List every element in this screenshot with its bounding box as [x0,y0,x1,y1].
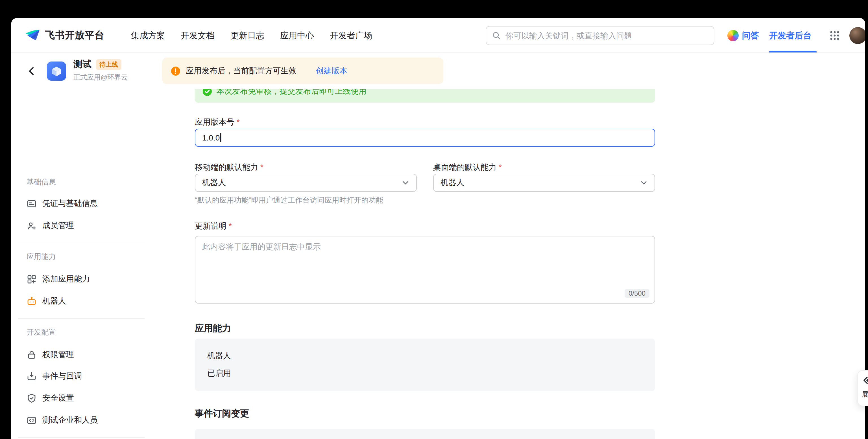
chevron-left-icon [26,65,37,77]
mobile-capability-select[interactable]: 机器人 [195,174,417,192]
chevron-down-icon [402,179,409,187]
brand-title: 飞书开放平台 [45,29,104,41]
expand-label: 展开 [862,390,868,400]
divider [18,437,145,438]
capability-status: 已启用 [207,368,231,379]
member-icon [27,221,37,231]
section-app-capability: 应用能力 [27,252,56,262]
top-nav-menu: 集成方案 开发文档 更新日志 应用中心 开发者广场 [131,18,372,53]
text-caret [220,133,221,142]
mobile-capability-label: 移动端的默认能力* [195,163,264,173]
search-icon [492,31,501,40]
browser-page: 飞书开放平台 集成方案 开发文档 更新日志 应用中心 开发者广场 问答 [11,18,865,439]
events-section-title: 事件订阅变更 [195,408,249,420]
chevron-down-icon [640,179,648,187]
notes-field-wrapper: 0/500 [195,236,655,304]
sidebar-item-add-capability[interactable]: 添加应用能力 [18,269,153,290]
app-subtitle: 正式应用@环界云 [73,73,128,82]
nav-item-changelog[interactable]: 更新日志 [230,30,264,41]
capability-section-title: 应用能力 [195,323,231,335]
active-tab-underline [769,51,816,53]
desktop-capability-label: 桌面端的默认能力* [433,163,502,173]
version-label: 应用版本号* [195,117,240,128]
app-icon [47,62,66,81]
avatar[interactable] [849,27,865,44]
char-counter: 0/500 [625,289,649,298]
required-mark: * [237,117,240,126]
event-callback-icon [27,371,37,381]
cube-icon [50,64,63,78]
success-banner-text: 本次发布免审核，提交发布后即可上线使用 [216,89,367,97]
desktop-capability-select[interactable]: 机器人 [433,174,655,192]
required-mark: * [260,163,264,172]
sidebar-item-security[interactable]: 安全设置 [18,387,153,409]
test-org-icon [27,415,37,426]
sidebar-item-label: 机器人 [42,296,66,306]
required-mark: * [499,163,502,172]
sidebar-item-label: 安全设置 [42,393,74,403]
sidebar-item-label: 测试企业和人员 [42,415,98,426]
default-capability-hint: “默认的应用功能”即用户通过工作台访问应用时打开的功能 [195,195,383,205]
sidebar-item-permissions[interactable]: 权限管理 [18,344,153,366]
capability-name: 机器人 [207,351,231,361]
add-capability-icon [27,274,37,284]
main-content: 本次发布免审核，提交发布后即可上线使用 应用版本号* 1.0.0 移动端的默认能… [164,89,865,439]
grid-icon [829,30,840,41]
nav-item-dev-plaza[interactable]: 开发者广场 [330,30,372,41]
sidebar-item-label: 事件与回调 [42,371,82,381]
apps-grid-button[interactable] [829,30,840,41]
app-header-bar: 测试 待上线 正式应用@环界云 应用发布后，当前配置方可生效 创建版本 [11,53,865,89]
top-navigation-bar: 飞书开放平台 集成方案 开发文档 更新日志 应用中心 开发者广场 问答 [11,18,865,53]
sidebar-item-events[interactable]: 事件与回调 [18,366,153,387]
sidebar-item-label: 添加应用能力 [42,274,90,284]
robot-icon [27,296,37,306]
permission-icon [27,350,37,360]
sidebar-item-members[interactable]: 成员管理 [18,215,153,236]
app-name: 测试 [73,59,92,71]
alert-text: 应用发布后，当前配置方可生效 [186,66,297,76]
nav-item-integration[interactable]: 集成方案 [131,30,165,41]
sidebar-item-label: 凭证与基础信息 [42,199,98,209]
developer-console-tab[interactable]: 开发者后台 [769,18,811,53]
back-button[interactable] [26,65,37,77]
nav-item-docs[interactable]: 开发文档 [181,30,215,41]
success-banner: 本次发布免审核，提交发布后即可上线使用 [195,89,655,103]
sidebar-item-bot[interactable]: 机器人 [18,291,153,312]
sidebar-item-label: 权限管理 [42,350,74,360]
sidebar-item-label: 成员管理 [42,221,74,231]
publish-alert-banner: 应用发布后，当前配置方可生效 创建版本 [162,58,443,84]
create-version-link[interactable]: 创建版本 [316,66,347,76]
id-card-icon [27,199,37,209]
expand-panel-button[interactable]: 展开 [857,370,868,406]
warning-icon [171,66,180,75]
required-mark: * [229,221,232,230]
events-panel [195,429,655,439]
security-icon [27,393,37,403]
nav-item-app-center[interactable]: 应用中心 [280,30,314,41]
section-basic-info: 基础信息 [27,177,56,187]
notes-label: 更新说明* [195,221,232,231]
version-value: 1.0.0 [202,133,220,142]
check-circle-icon [203,89,212,96]
global-search[interactable] [486,26,714,45]
qa-label: 问答 [742,30,759,41]
sidebar-item-credentials[interactable]: 凭证与基础信息 [18,193,153,214]
search-input[interactable] [505,31,708,40]
sidebar-item-test-org[interactable]: 测试企业和人员 [18,410,153,431]
developer-console-label: 开发者后台 [769,30,811,41]
screen: 飞书开放平台 集成方案 开发文档 更新日志 应用中心 开发者广场 问答 [0,0,868,439]
notes-textarea[interactable] [195,236,655,304]
divider [18,243,145,243]
capability-panel: 机器人 已启用 [195,339,655,391]
desktop-capability-value: 机器人 [440,178,464,188]
feishu-logo-icon [25,27,41,43]
qa-colorful-icon [727,30,739,41]
brand[interactable]: 飞书开放平台 [25,27,104,43]
status-badge: 待上线 [96,59,121,70]
version-input[interactable]: 1.0.0 [195,129,655,147]
double-chevron-left-icon [862,375,868,385]
divider [18,318,145,319]
sidebar: 基础信息 凭证与基础信息 成员管理 应用能力 [11,89,164,439]
mobile-capability-value: 机器人 [202,178,226,188]
qa-button[interactable]: 问答 [727,18,759,53]
